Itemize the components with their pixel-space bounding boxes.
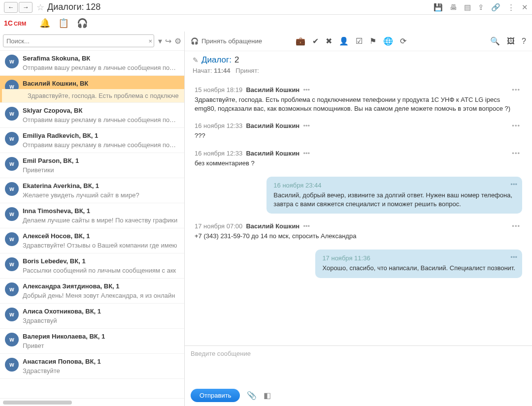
link-icon[interactable]: 🔗: [491, 3, 500, 12]
briefcase-icon[interactable]: 💼: [296, 36, 305, 46]
refresh-icon[interactable]: ⟳: [400, 36, 406, 46]
message-incoming: 16 ноября 12:33 Василий Кошкин •••???•••: [195, 122, 522, 140]
message-actions-icon[interactable]: •••: [510, 253, 517, 261]
message-date: 15 ноября 18:19: [195, 86, 242, 94]
dialog-item-preview: Здравствуй: [23, 317, 179, 324]
attach-icon[interactable]: 📎: [247, 391, 257, 400]
help-icon[interactable]: ?: [522, 37, 526, 46]
sticker-icon[interactable]: ◧: [264, 391, 271, 400]
dialog-item[interactable]: wEmiliya Radkevich, ВК, 1Отправим вашу р…: [0, 128, 184, 153]
dialog-item[interactable]: wВалерия Николаева, ВК, 1Привет: [0, 329, 184, 354]
print-icon[interactable]: 🖶: [450, 3, 457, 12]
message-actions-icon[interactable]: •••: [512, 122, 520, 129]
message-date: 16 ноября 23:44: [273, 182, 515, 189]
favorite-icon[interactable]: ☆: [36, 2, 44, 13]
dialog-item-preview: Желаете увидеть лучший сайт в мире?: [23, 191, 179, 199]
bell-icon[interactable]: 🔔: [39, 18, 50, 29]
headset-check-icon: 🎧: [191, 37, 199, 45]
dialog-item-name: Emil Parson, ВК, 1: [23, 157, 179, 164]
message-text: +7 (343) 231-59-70 до 14 по мск, спросит…: [195, 232, 522, 241]
export-icon[interactable]: ⇪: [478, 3, 484, 12]
logo: 1CCRM: [4, 17, 32, 29]
message-menu-icon[interactable]: •••: [303, 86, 310, 94]
message-author: Василий Кошкин: [246, 86, 299, 94]
clear-search-icon[interactable]: ×: [145, 37, 155, 45]
dialog-item[interactable]: wSklyar Czopova, ВКОтправим вашу рекламу…: [0, 103, 184, 128]
message-input[interactable]: [191, 350, 526, 383]
message-outgoing: 16 ноября 23:44Василий, добрый вечер, из…: [195, 177, 522, 214]
message-actions-icon[interactable]: •••: [512, 86, 520, 94]
dialog-item-preview: Здравствуйте, господа. Есть проблема с п…: [2, 89, 184, 102]
settings-icon[interactable]: ⚙: [174, 36, 181, 46]
message-actions-icon[interactable]: •••: [510, 181, 517, 188]
search-input[interactable]: [3, 34, 154, 47]
accept-button[interactable]: 🎧 Принять обращение: [191, 37, 262, 45]
dialog-item[interactable]: wВасилий Кошкин, ВКЗдравствуйте, господа…: [0, 76, 184, 103]
started-label: Начат:: [193, 67, 212, 74]
message-text: Здравствуйте, господа. Есть проблема с п…: [195, 95, 522, 113]
doc-icon[interactable]: ▤: [464, 3, 471, 12]
headset-icon[interactable]: 🎧: [77, 18, 88, 29]
vk-avatar-icon: w: [5, 182, 19, 196]
dialog-count: 128: [86, 2, 100, 12]
forward-button[interactable]: →: [19, 2, 33, 13]
dialog-item-name: Алиса Охотникова, ВК, 1: [23, 308, 179, 315]
message-author: Василий Кошкин: [246, 150, 299, 157]
globe-icon[interactable]: 🌐: [383, 36, 393, 46]
dialog-item[interactable]: wInna Timosheva, ВК, 1Делаем лучшие сайт…: [0, 203, 184, 228]
dialog-item[interactable]: wBoris Lebedev, ВК, 1Рассылки сообщений …: [0, 253, 184, 279]
message-actions-icon[interactable]: •••: [512, 150, 520, 157]
accepted-label: Принят:: [235, 67, 259, 74]
send-button[interactable]: Отправить: [191, 389, 240, 402]
dialog-item-preview: Отправим вашу рекламу в личные сообщения…: [23, 64, 179, 71]
dialog-item-preview: Здраствуйте: [23, 367, 179, 375]
chat-panel: 🎧 Принять обращение 💼 ✔ ✖ 👤 ☑ ⚑ 🌐 ⟳ 🔍 🖼 …: [185, 31, 532, 406]
message-menu-icon[interactable]: •••: [303, 150, 310, 157]
clipboard-icon[interactable]: 📋: [58, 18, 69, 29]
message-date: 17 ноября 11:36: [322, 254, 515, 262]
more-icon[interactable]: ⋮: [507, 3, 515, 12]
check-msg-icon[interactable]: ✔: [312, 36, 319, 46]
dialog-item-name: Алексей Носов, ВК, 1: [23, 232, 179, 240]
flag-icon[interactable]: ⚑: [369, 36, 376, 46]
forward-icon[interactable]: ↪: [165, 36, 171, 46]
dialog-item-name: Василий Кошкин, ВК: [23, 80, 179, 87]
dialog-item-name: Валерия Николаева, ВК, 1: [23, 333, 179, 340]
edit-icon[interactable]: ✎: [193, 56, 199, 64]
message-author: Василий Кошкин: [246, 122, 299, 129]
compose-area: [185, 345, 532, 389]
task-icon[interactable]: ☑: [356, 36, 363, 46]
message-outgoing: 17 ноября 11:36Хорошо, спасибо, что напи…: [195, 250, 522, 278]
gallery-icon[interactable]: 🖼: [507, 37, 515, 46]
messages-area: 15 ноября 18:19 Василий Кошкин •••Здравс…: [185, 78, 532, 345]
dialog-item[interactable]: wEkaterina Averkina, ВК, 1Желаете увидет…: [0, 178, 184, 203]
dialog-item[interactable]: wАлександра Зиятдинова, ВК, 1Добрый день…: [0, 279, 184, 304]
message-actions-icon[interactable]: •••: [512, 222, 520, 230]
dialog-item-preview: Здравствуйте! Отзывы о Вашей компании гд…: [23, 242, 179, 249]
started-time: 11:44: [214, 67, 230, 74]
dialog-item-name: Serafima Skokuna, ВК: [23, 55, 179, 62]
dialog-item[interactable]: wАнастасия Попова, ВК, 1Здраствуйте: [0, 354, 184, 379]
dialog-item-preview: Добрый день! Меня зовут Александра, я из…: [23, 292, 179, 299]
dialog-label: Диалог:: [201, 55, 232, 65]
filter-icon[interactable]: ▾: [158, 36, 162, 46]
horizontal-scrollbar[interactable]: [0, 398, 184, 406]
dialog-item[interactable]: wEmil Parson, ВК, 1Приветики: [0, 153, 184, 178]
add-user-icon[interactable]: 👤: [339, 36, 349, 46]
vk-avatar-icon: w: [5, 308, 19, 321]
dialog-item[interactable]: wАлиса Охотникова, ВК, 1Здравствуй: [0, 304, 184, 329]
dialog-item-preview: Делаем лучшие сайты в мире! По качеству …: [23, 217, 179, 224]
vk-avatar-icon: w: [5, 107, 19, 121]
message-menu-icon[interactable]: •••: [303, 222, 310, 230]
message-menu-icon[interactable]: •••: [303, 122, 310, 129]
dialog-item[interactable]: wSerafima Skokuna, ВКОтправим вашу рекла…: [0, 51, 184, 76]
message-date: 16 ноября 12:33: [195, 150, 242, 157]
close-msg-icon[interactable]: ✖: [326, 36, 332, 46]
dialog-item[interactable]: wАлексей Носов, ВК, 1Здравствуйте! Отзыв…: [0, 228, 184, 253]
close-icon[interactable]: ✕: [522, 3, 528, 12]
back-button[interactable]: ←: [4, 2, 18, 13]
vk-avatar-icon: w: [5, 282, 19, 296]
svg-text:CRM: CRM: [14, 21, 26, 27]
search-chat-icon[interactable]: 🔍: [490, 36, 500, 46]
save-icon[interactable]: 💾: [433, 3, 443, 12]
